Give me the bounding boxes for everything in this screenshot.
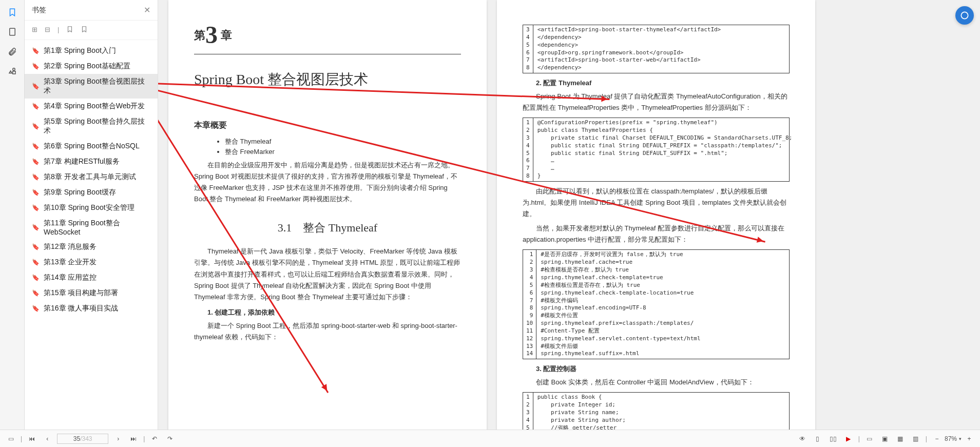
bookmark-icon: 🔖 [32,289,40,297]
page-thumbs-icon[interactable] [7,27,17,37]
step-heading: 3. 配置控制器 [523,364,790,374]
zoom-value[interactable]: 87% [945,435,957,442]
bookmark-icon: 🔖 [32,103,40,110]
bookmark-item[interactable]: 🔖第6章 Spring Boot整合NoSQL [25,139,158,154]
bookmark-item[interactable]: 🔖第2章 Spring Boot基础配置 [25,59,158,74]
bookmark-label: 第9章 Spring Boot缓存 [44,188,116,197]
bookmark-icon: 🔖 [32,305,40,312]
panel-tools: ⊞ ⊟ | [25,21,158,40]
bookmark-icon: 🔖 [32,63,40,70]
bookmark-tab-icon[interactable] [7,7,17,17]
bookmark-label: 第8章 开发者工具与单元测试 [44,172,136,182]
bullet-item: 整合 Thymeleaf [225,137,461,146]
bookmark-label: 第14章 应用监控 [44,273,97,282]
assistant-float-button[interactable] [955,6,974,25]
expand-all-icon[interactable]: ⊞ [32,26,37,34]
paragraph: Thymeleaf 是新一代 Java 模板引擎，类似于 Velocity、Fr… [194,246,461,302]
page-number-input[interactable]: 35/343 [57,434,108,444]
paragraph: 创建 Book 实体类，然后在 Controller 中返回 ModelAndV… [523,377,790,388]
code-block: 1234567891011121314#是否开启缓存，开发时可设置为 false… [523,249,790,359]
bookmark-item[interactable]: 🔖第9章 Spring Boot缓存 [25,185,158,200]
bookmark-icon: 🔖 [32,143,40,150]
attachment-icon[interactable] [7,46,17,56]
layout-3-icon[interactable]: ▦ [895,433,906,444]
bookmark-label: 第5章 Spring Boot整合持久层技术 [44,117,150,135]
bookmark-icon: 🔖 [32,243,40,250]
next-page-icon[interactable]: › [112,433,124,444]
code-block: 12345678@ConfigurationProperties(prefix … [523,118,790,182]
bookmark-item[interactable]: 🔖第1章 Spring Boot入门 [25,43,158,59]
bookmark-label: 第15章 项目构建与部署 [44,288,118,298]
left-toolbar [0,0,25,447]
bookmark-icon: 🔖 [32,189,40,196]
bullet-item: 整合 FreeMarker [225,147,461,157]
chapter-number: 第3 章 [194,21,461,49]
bookmark-icon: 🔖 [32,158,40,165]
zoom-out-icon[interactable]: − [931,433,943,444]
bookmark-item[interactable]: 🔖第13章 企业开发 [25,255,158,270]
paragraph: 新建一个 Spring Boot 工程，然后添加 spring-boot-sta… [194,320,461,343]
step-heading: 1. 创建工程，添加依赖 [194,308,461,317]
bookmarks-panel: 书签 ✕ ⊞ ⊟ | 🔖第1章 Spring Boot入门🔖第2章 Spring… [25,0,158,447]
two-page-icon[interactable]: ▯▯ [828,433,839,444]
rotate-right-icon[interactable]: ↷ [164,433,176,444]
rotate-left-icon[interactable]: ↶ [149,433,160,444]
bookmark-label: 第4章 Spring Boot整合Web开发 [44,102,145,111]
last-page-icon[interactable]: ⏭ [128,433,139,444]
layout-4-icon[interactable]: ▥ [910,433,921,444]
bookmark-icon: 🔖 [32,274,40,281]
svg-rect-2 [12,71,15,74]
document-view[interactable]: 第3 章 Spring Boot 整合视图层技术 本章概要 整合 Thymele… [158,0,980,447]
bookmark-item[interactable]: 🔖第14章 应用监控 [25,270,158,285]
view-mode-icon[interactable]: ▭ [5,433,16,444]
bookmark-label: 第11章 Spring Boot整合WebSocket [44,219,150,236]
bookmark-item[interactable]: 🔖第5章 Spring Boot整合持久层技术 [25,114,158,139]
bookmark-item[interactable]: 🔖第10章 Spring Boot安全管理 [25,200,158,216]
paragraph: Spring Boot 为 Thymeleaf 提供了自动化配置类 Thymel… [523,91,790,113]
bookmark-icon: 🔖 [32,173,40,181]
zoom-in-icon[interactable]: + [964,433,975,444]
bookmark-item[interactable]: 🔖第4章 Spring Boot整合Web开发 [25,99,158,114]
bookmark-icon: 🔖 [32,47,40,54]
bookmark-icon: 🔖 [32,204,40,211]
bookmark-item[interactable]: 🔖第7章 构建RESTful服务 [25,154,158,169]
bookmark-label: 第12章 消息服务 [44,242,97,251]
bookmark-label: 第3章 Spring Boot整合视图层技术 [44,77,150,95]
zoom-control: − 87% ▾ + [931,433,975,444]
bookmark-item[interactable]: 🔖第12章 消息服务 [25,239,158,255]
bookmark-label: 第16章 微人事项目实战 [44,304,118,313]
code-block: 345678<artifactId>spring-boot-starter-th… [523,25,790,73]
step-heading: 2. 配置 Thymeleaf [523,79,790,88]
bookmark-options-icon[interactable] [81,26,88,34]
eye-icon[interactable]: 👁 [797,433,808,444]
bookmark-label: 第2章 Spring Boot基础配置 [44,62,130,71]
layout-1-icon[interactable]: ▭ [864,433,875,444]
bookmark-icon: 🔖 [32,224,40,231]
collapse-all-icon[interactable]: ⊟ [45,26,50,34]
first-page-icon[interactable]: ⏮ [26,433,37,444]
overview-heading: 本章概要 [194,120,461,131]
bookmark-list: 🔖第1章 Spring Boot入门🔖第2章 Spring Boot基础配置🔖第… [25,40,158,447]
bookmark-item[interactable]: 🔖第15章 项目构建与部署 [25,285,158,301]
close-icon[interactable]: ✕ [144,5,150,15]
shapes-icon[interactable] [7,66,17,76]
bookmark-label: 第10章 Spring Boot安全管理 [44,203,134,212]
svg-rect-0 [9,28,15,35]
bookmark-icon: 🔖 [32,123,40,130]
add-bookmark-icon[interactable] [66,26,73,34]
prev-page-icon[interactable]: ‹ [42,433,53,444]
page-left: 第3 章 Spring Boot 整合视图层技术 本章概要 整合 Thymele… [168,0,487,447]
bookmark-item[interactable]: 🔖第8章 开发者工具与单元测试 [25,169,158,185]
bookmark-item[interactable]: 🔖第11章 Spring Boot整合WebSocket [25,216,158,239]
single-page-icon[interactable]: ▯ [812,433,823,444]
status-bar: ▭ | ⏮ ‹ 35/343 › ⏭ | ↶ ↷ 👁 ▯ ▯▯ ▶ | ▭ ▣ … [0,430,980,447]
bookmark-item[interactable]: 🔖第16章 微人事项目实战 [25,301,158,316]
presentation-icon[interactable]: ▶ [843,433,854,444]
paragraph: 在目前的企业级应用开发中，前后端分离是趋势，但是视图层技术还占有一席之地。Spr… [194,160,461,205]
bookmark-label: 第7章 构建RESTful服务 [44,157,120,166]
panel-title: 书签 [32,6,46,15]
section-3-1-title: 3.1 整合 Thymeleaf [194,220,461,236]
bookmark-item[interactable]: 🔖第3章 Spring Boot整合视图层技术 [25,74,158,99]
layout-2-icon[interactable]: ▣ [879,433,891,444]
bookmark-label: 第1章 Spring Boot入门 [44,46,116,55]
